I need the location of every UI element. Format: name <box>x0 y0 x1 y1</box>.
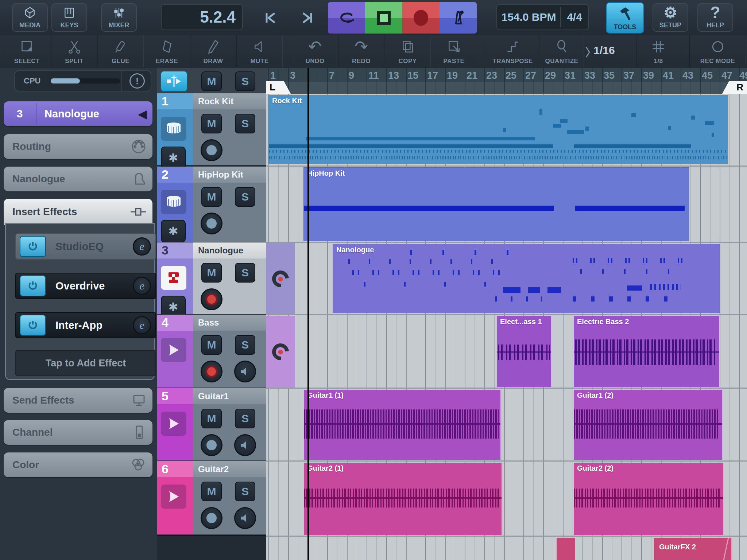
collapse-arrow-icon[interactable]: ◀ <box>138 108 147 120</box>
send-effects-button[interactable]: Send Effects <box>4 388 152 413</box>
audio-clip-guitar1-2[interactable]: Guitar1 (2) <box>574 390 723 460</box>
stop-button[interactable] <box>365 2 402 34</box>
record-arm-button[interactable] <box>201 507 222 529</box>
track-name[interactable]: HipHop Kit <box>193 167 266 183</box>
audio-clip-guitarfx-2[interactable]: GuitarFX 2 <box>654 538 732 560</box>
color-button[interactable]: Color <box>4 452 152 477</box>
solo-button[interactable]: S <box>235 263 255 283</box>
glue-tool[interactable]: GLUE <box>97 35 144 67</box>
track-name[interactable]: Nanologue <box>193 242 266 258</box>
go-to-start-button[interactable] <box>257 2 283 34</box>
auto-scroll-button[interactable] <box>160 71 187 92</box>
solo-button[interactable]: S <box>235 409 255 428</box>
mute-button[interactable]: M <box>201 114 222 133</box>
record-arm-button[interactable] <box>201 434 222 456</box>
mute-button[interactable]: M <box>201 409 222 428</box>
media-button[interactable]: MEDIA <box>12 3 48 32</box>
audio-clip-guitarfx-1[interactable] <box>557 538 575 560</box>
global-mute-button[interactable]: M <box>201 71 222 91</box>
keys-button[interactable]: KEYS <box>51 3 87 32</box>
transpose-button[interactable]: TRANSPOSE <box>486 35 539 67</box>
copy-button[interactable]: COPY <box>384 35 431 67</box>
mute-button[interactable]: M <box>201 263 222 283</box>
track-row-nanologue[interactable]: 3 ✱ Nanologue M S <box>157 242 266 315</box>
tempo-display[interactable]: 154.0 BPM 4/4 <box>496 4 589 30</box>
solo-button[interactable]: S <box>235 482 255 501</box>
record-arm-button[interactable] <box>201 288 222 310</box>
song-position-display[interactable]: 5.2.4 <box>161 4 243 30</box>
track-name[interactable]: Bass <box>193 315 266 331</box>
solo-button[interactable]: S <box>235 335 255 355</box>
audio-clip-electric-bass-1[interactable]: Elect...ass 1 <box>497 316 552 387</box>
tools-button[interactable]: TOOLS <box>606 2 644 34</box>
freeze-button[interactable]: ✱ <box>161 147 186 169</box>
track-name[interactable]: Guitar2 <box>193 461 266 477</box>
midi-clip-hiphop-kit[interactable]: HipHop Kit <box>303 167 689 241</box>
midi-clip-nanologue[interactable]: Nanologue <box>333 244 720 313</box>
routing-button[interactable]: Routing <box>4 134 152 159</box>
setup-button[interactable]: ⚙ SETUP <box>653 3 688 32</box>
record-arm-button[interactable] <box>201 139 222 161</box>
track-row-bass[interactable]: 4 Bass M S <box>157 315 266 388</box>
selected-track-button[interactable]: 3 Nanologue ◀ <box>4 101 152 126</box>
record-arm-button[interactable] <box>201 361 222 382</box>
power-button[interactable] <box>20 236 46 257</box>
go-to-end-button[interactable] <box>294 2 321 34</box>
effect-slot-studioeq[interactable]: StudioEQ e <box>15 233 156 260</box>
playhead-cursor[interactable] <box>307 68 309 560</box>
metronome-button[interactable] <box>440 2 477 34</box>
effect-slot-overdrive[interactable]: Overdrive e <box>15 273 156 299</box>
monitor-button[interactable] <box>234 434 256 456</box>
record-arm-button[interactable] <box>201 213 222 234</box>
rec-mode-button[interactable]: REC MODE <box>689 35 746 67</box>
erase-tool[interactable]: ERASE <box>144 35 190 67</box>
split-tool[interactable]: SPLIT <box>51 35 97 67</box>
monitor-button[interactable] <box>234 507 256 529</box>
grid-division-button[interactable]: 1/8 <box>636 35 680 67</box>
mixer-button[interactable]: MIXER <box>101 3 137 32</box>
insert-effects-tab[interactable]: Insert Effects <box>4 199 152 225</box>
mute-tool[interactable]: MUTE <box>236 35 283 67</box>
freeze-button[interactable]: ✱ <box>161 220 186 242</box>
track-name[interactable]: Rock Kit <box>193 93 266 109</box>
cycle-loop-button[interactable] <box>328 2 365 34</box>
undo-button[interactable]: ↶ UNDO <box>292 35 338 67</box>
audio-clip-guitar1-1[interactable]: Guitar1 (1) <box>304 390 502 460</box>
midi-clip-rock-kit[interactable]: Rock Kit <box>268 95 728 164</box>
draw-tool[interactable]: DRAW <box>190 35 236 67</box>
solo-button[interactable]: S <box>235 187 255 207</box>
mute-button[interactable]: M <box>201 335 222 355</box>
automation-knob-icon[interactable] <box>269 267 293 291</box>
monitor-button[interactable] <box>234 361 256 382</box>
effect-edit-button[interactable]: e <box>133 316 151 334</box>
track-row-hiphop-kit[interactable]: 2 ✱ HipHop Kit M S <box>157 167 266 242</box>
mute-button[interactable]: M <box>201 482 222 501</box>
solo-button[interactable]: S <box>235 114 255 133</box>
track-name[interactable]: Guitar1 <box>193 388 266 404</box>
track-row-guitar1[interactable]: 5 Guitar1 M S <box>157 388 266 461</box>
instrument-button[interactable]: Nanologue <box>4 167 152 191</box>
power-button[interactable] <box>20 275 46 296</box>
panic-icon[interactable]: ! <box>129 73 145 89</box>
quantize-button[interactable]: QUANTIZE <box>539 35 584 67</box>
arrange-area[interactable]: 1 3 7 9 11 13 15 17 19 21 23 25 27 29 31… <box>266 68 747 560</box>
channel-button[interactable]: Channel <box>4 420 152 445</box>
tap-to-add-effect-button[interactable]: Tap to Add Effect <box>15 350 156 376</box>
select-tool[interactable]: SELECT <box>3 35 51 67</box>
effect-edit-button[interactable]: e <box>133 277 151 295</box>
quantize-value[interactable]: 1/16 <box>584 35 624 67</box>
redo-button[interactable]: ↷ REDO <box>338 35 384 67</box>
paste-button[interactable]: PASTE <box>431 35 477 67</box>
power-button[interactable] <box>20 315 46 336</box>
track-row-guitar2[interactable]: 6 Guitar2 M S <box>157 461 266 535</box>
track-row-rock-kit[interactable]: 1 ✱ Rock Kit M S <box>157 93 266 166</box>
audio-clip-guitar2-1[interactable]: Guitar2 (1) <box>304 463 503 535</box>
audio-clip-guitar2-2[interactable]: Guitar2 (2) <box>574 463 724 535</box>
timeline-ruler[interactable]: 1 3 7 9 11 13 15 17 19 21 23 25 27 29 31… <box>266 68 747 94</box>
automation-knob-icon[interactable] <box>269 340 293 364</box>
effect-edit-button[interactable]: e <box>133 237 151 256</box>
effect-slot-interapp[interactable]: Inter-App e <box>15 312 156 338</box>
audio-clip-electric-bass-2[interactable]: Electric Bass 2 <box>574 316 720 387</box>
global-solo-button[interactable]: S <box>235 71 255 91</box>
help-button[interactable]: ? HELP <box>697 3 733 32</box>
